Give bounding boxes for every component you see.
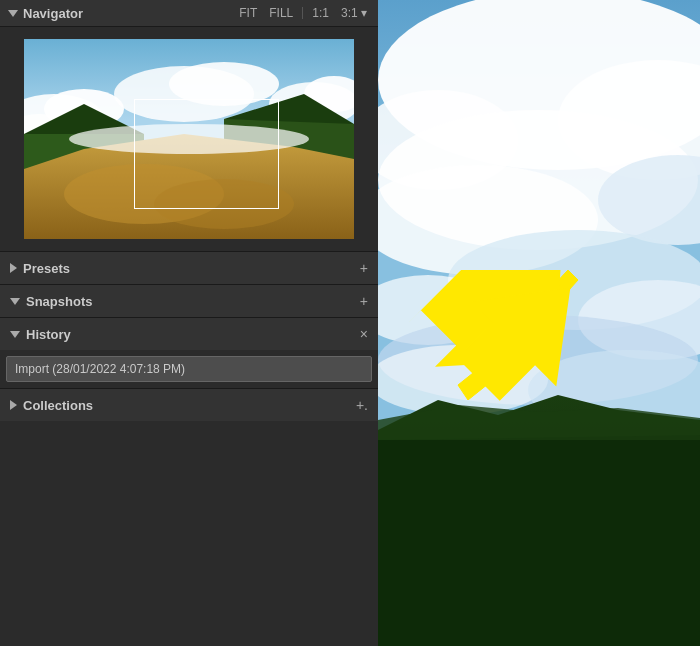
presets-label: Presets <box>23 261 70 276</box>
nav-fill-button[interactable]: FILL <box>266 5 296 21</box>
history-left: History <box>10 327 71 342</box>
yellow-arrow-main <box>418 250 638 410</box>
collections-collapse-icon <box>10 400 17 410</box>
navigator-preview <box>0 27 378 251</box>
nav-separator <box>302 7 303 19</box>
left-panel: Navigator FIT FILL 1:1 3:1 ▾ <box>0 0 378 646</box>
history-close-icon[interactable]: × <box>360 326 368 342</box>
svg-point-5 <box>169 62 279 106</box>
snapshots-left: Snapshots <box>10 294 92 309</box>
snapshots-collapse-icon <box>10 298 20 305</box>
preview-image-container <box>24 39 354 239</box>
snapshots-section[interactable]: Snapshots + <box>0 284 378 317</box>
history-collapse-icon <box>10 331 20 338</box>
presets-left: Presets <box>10 261 70 276</box>
svg-point-15 <box>69 124 309 154</box>
navigator-controls: FIT FILL 1:1 3:1 ▾ <box>236 5 370 21</box>
collections-label: Collections <box>23 398 93 413</box>
history-content: Import (28/01/2022 4:07:18 PM) <box>0 350 378 388</box>
collections-left: Collections <box>10 398 93 413</box>
presets-collapse-icon <box>10 263 17 273</box>
presets-add-icon[interactable]: + <box>360 260 368 276</box>
nav-fit-button[interactable]: FIT <box>236 5 260 21</box>
snapshots-add-icon[interactable]: + <box>360 293 368 309</box>
navigator-title: Navigator <box>8 6 83 21</box>
preview-svg <box>24 39 354 239</box>
svg-marker-34 <box>436 250 613 410</box>
preview-image <box>24 39 354 239</box>
history-section: History × Import (28/01/2022 4:07:18 PM) <box>0 317 378 388</box>
nav-1to1-button[interactable]: 1:1 <box>309 5 332 21</box>
collections-add-icon[interactable]: +. <box>356 397 368 413</box>
navigator-header: Navigator FIT FILL 1:1 3:1 ▾ <box>0 0 378 27</box>
snapshots-label: Snapshots <box>26 294 92 309</box>
nav-3to1-button[interactable]: 3:1 ▾ <box>338 5 370 21</box>
history-header[interactable]: History × <box>0 317 378 350</box>
right-panel <box>378 0 700 646</box>
history-item[interactable]: Import (28/01/2022 4:07:18 PM) <box>6 356 372 382</box>
svg-marker-30 <box>378 435 700 646</box>
navigator-collapse-icon[interactable] <box>8 10 18 17</box>
navigator-label: Navigator <box>23 6 83 21</box>
presets-section[interactable]: Presets + <box>0 251 378 284</box>
history-label: History <box>26 327 71 342</box>
collections-section[interactable]: Collections +. <box>0 388 378 421</box>
svg-point-14 <box>154 179 294 229</box>
